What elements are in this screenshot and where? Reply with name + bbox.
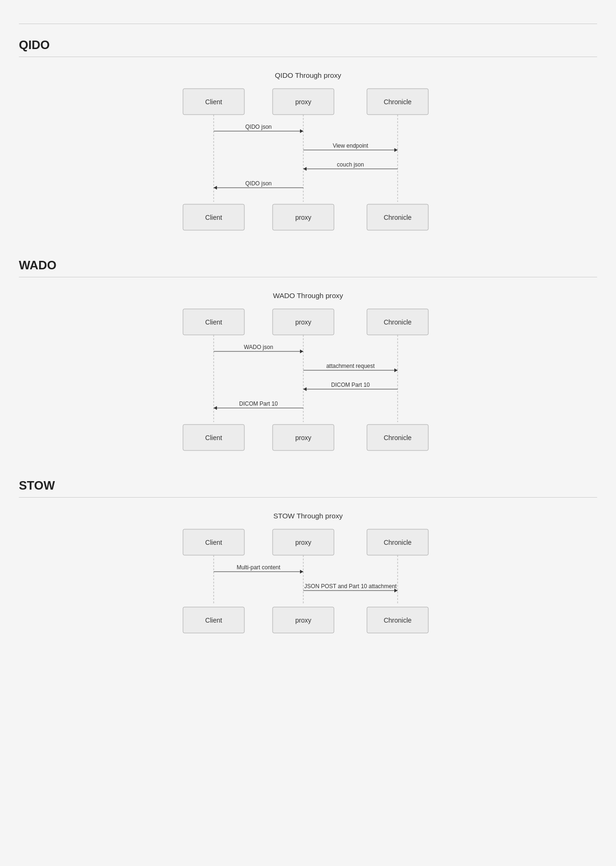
section-stow: STOW STOW Through proxy ClientproxyChron…	[19, 479, 597, 642]
svg-marker-16	[303, 167, 307, 171]
svg-text:Client: Client	[205, 539, 222, 546]
section-wado: WADO WADO Through proxy ClientproxyChron…	[19, 258, 597, 460]
svg-marker-37	[300, 350, 303, 353]
svg-text:Chronicle: Chronicle	[383, 98, 411, 106]
svg-text:proxy: proxy	[295, 616, 311, 624]
svg-text:Chronicle: Chronicle	[383, 318, 411, 326]
svg-marker-64	[300, 570, 303, 574]
svg-text:proxy: proxy	[295, 434, 311, 441]
svg-text:DICOM Part 10: DICOM Part 10	[331, 382, 370, 388]
svg-text:JSON POST and Part 10 attachme: JSON POST and Part 10 attachment	[304, 583, 397, 590]
section-title-wado: WADO	[19, 258, 597, 277]
section-title-qido: QIDO	[19, 38, 597, 57]
svg-text:View endpoint: View endpoint	[333, 142, 368, 149]
svg-marker-13	[394, 148, 398, 152]
svg-text:Chronicle: Chronicle	[383, 434, 411, 441]
svg-text:Multi-part content: Multi-part content	[237, 564, 281, 571]
svg-text:Client: Client	[205, 214, 222, 221]
svg-marker-46	[214, 406, 217, 410]
diagram-title-stow: STOW Through proxy	[273, 512, 342, 520]
section-qido: QIDO QIDO Through proxy ClientproxyChron…	[19, 38, 597, 240]
svg-text:Chronicle: Chronicle	[383, 616, 411, 624]
svg-text:WADO json: WADO json	[244, 344, 273, 350]
svg-text:proxy: proxy	[295, 214, 311, 221]
svg-marker-43	[303, 387, 307, 391]
svg-text:proxy: proxy	[295, 318, 311, 326]
svg-text:Chronicle: Chronicle	[383, 214, 411, 221]
svg-marker-10	[300, 129, 303, 133]
diagram-title-qido: QIDO Through proxy	[275, 71, 341, 79]
svg-text:Chronicle: Chronicle	[383, 539, 411, 546]
section-title-stow: STOW	[19, 479, 597, 498]
svg-text:couch json: couch json	[337, 161, 364, 168]
svg-text:Client: Client	[205, 98, 222, 106]
svg-text:proxy: proxy	[295, 539, 311, 546]
svg-marker-19	[214, 186, 217, 190]
svg-text:DICOM Part 10: DICOM Part 10	[239, 400, 278, 407]
diagram-title-wado: WADO Through proxy	[273, 291, 343, 300]
svg-text:Client: Client	[205, 616, 222, 624]
svg-text:proxy: proxy	[295, 98, 311, 106]
svg-text:Client: Client	[205, 318, 222, 326]
svg-text:Client: Client	[205, 434, 222, 441]
svg-text:attachment request: attachment request	[326, 363, 375, 369]
svg-text:QIDO json: QIDO json	[245, 180, 272, 187]
svg-marker-40	[394, 368, 398, 372]
svg-text:QIDO json: QIDO json	[245, 124, 272, 130]
